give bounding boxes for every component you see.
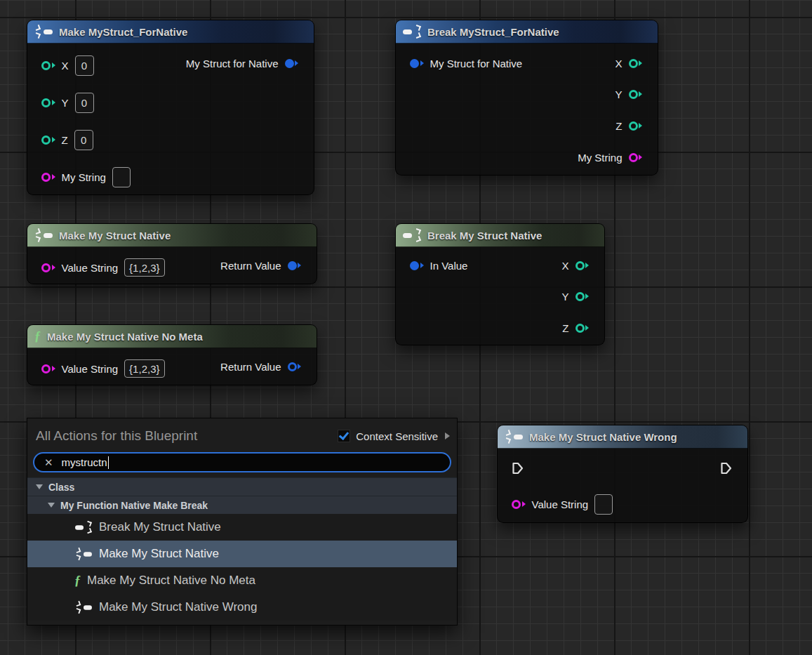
node-title: Make My Struct Native Wrong — [529, 431, 677, 443]
make-struct-icon — [34, 25, 53, 38]
node-header[interactable]: ƒ Make My Struct Native No Meta — [27, 325, 317, 348]
pin-label: X — [615, 58, 622, 70]
node-title: Break MyStruct_ForNative — [427, 26, 559, 38]
value-field-my-string[interactable] — [112, 167, 131, 187]
menu-item-make-my-struct-native-wrong[interactable]: Make My Struct Native Wrong — [27, 594, 457, 621]
pin-label: Value String — [532, 498, 589, 510]
break-struct-icon — [403, 229, 421, 242]
node-title: Make My Struct Native — [59, 230, 171, 242]
output-pin-x[interactable] — [629, 59, 643, 68]
node-header[interactable]: Break My Struct Native — [396, 224, 604, 247]
context-sensitive-checkbox[interactable] — [338, 430, 350, 442]
clear-search-icon[interactable]: ✕ — [44, 456, 53, 469]
pin-label: Y — [615, 88, 622, 100]
break-struct-icon — [75, 522, 92, 534]
make-struct-icon — [34, 229, 53, 242]
output-pin-z[interactable] — [575, 324, 590, 333]
input-pin-struct[interactable] — [410, 59, 424, 68]
pin-label: Z — [62, 134, 68, 146]
exec-input-pin[interactable] — [512, 462, 524, 475]
make-struct-icon — [505, 430, 523, 443]
chevron-down-icon — [48, 503, 55, 508]
input-pin-value-string[interactable] — [41, 263, 55, 272]
search-input[interactable]: ✕ mystructn — [33, 452, 451, 472]
node-header[interactable]: Make My Struct Native — [27, 224, 317, 247]
node-title: Make My Struct Native No Meta — [47, 331, 203, 343]
node-header[interactable]: Make My Struct Native Wrong — [498, 425, 747, 449]
value-field-x[interactable]: 0 — [75, 55, 94, 76]
value-field-z[interactable]: 0 — [74, 130, 93, 150]
output-pin-my-string[interactable] — [629, 153, 643, 162]
pin-label: In Value — [430, 260, 468, 272]
output-pin-x[interactable] — [575, 261, 590, 270]
text-cursor — [108, 456, 109, 469]
break-struct-icon — [403, 25, 421, 38]
pin-label: Return Value — [220, 260, 281, 272]
pin-label: Y — [62, 97, 69, 109]
pin-label: Value String — [62, 262, 119, 274]
input-pin-my-string[interactable] — [41, 173, 55, 182]
function-icon: ƒ — [74, 574, 81, 587]
exec-output-pin[interactable] — [720, 462, 732, 475]
value-field-value-string[interactable]: {1,2,3} — [124, 258, 164, 277]
pin-label: My Struct for Native — [430, 58, 523, 70]
blueprint-graph-canvas[interactable]: Make MyStruct_ForNative X 0 Y 0 Z 0 My S… — [0, 0, 812, 655]
pin-label: My String — [578, 152, 622, 164]
menu-title: All Actions for this Blueprint — [36, 428, 338, 444]
node-make-my-struct-native-no-meta[interactable]: ƒ Make My Struct Native No Meta Value St… — [27, 324, 317, 385]
node-break-mystruct-fornative[interactable]: Break MyStruct_ForNative My Struct for N… — [395, 20, 658, 176]
pin-label: My String — [62, 171, 106, 183]
node-header[interactable]: Break MyStruct_ForNative — [396, 20, 658, 44]
pin-label: Y — [561, 291, 568, 303]
pin-label: X — [561, 260, 568, 272]
node-title: Break My Struct Native — [427, 230, 542, 242]
pin-label: Z — [615, 120, 622, 132]
pin-label: My Struct for Native — [186, 58, 279, 70]
pin-label: Z — [562, 322, 568, 334]
node-make-my-struct-native[interactable]: Make My Struct Native Value String {1,2,… — [27, 223, 317, 284]
make-struct-icon — [75, 548, 92, 560]
pin-label: Value String — [62, 363, 119, 375]
output-pin-return-value[interactable] — [288, 261, 302, 270]
chevron-right-icon[interactable] — [445, 432, 450, 439]
output-pin-z[interactable] — [629, 121, 643, 131]
node-header[interactable]: Make MyStruct_ForNative — [27, 20, 314, 44]
input-pin-value-string[interactable] — [41, 364, 55, 373]
output-pin-struct[interactable] — [285, 59, 299, 68]
node-make-my-struct-native-wrong[interactable]: Make My Struct Native Wrong Value String — [497, 425, 748, 523]
chevron-down-icon — [36, 484, 43, 489]
input-pin-value-string[interactable] — [512, 500, 526, 509]
output-pin-y[interactable] — [575, 292, 590, 301]
menu-item-make-my-struct-native-no-meta[interactable]: ƒ Make My Struct Native No Meta — [27, 567, 457, 594]
input-pin-y[interactable] — [41, 98, 55, 107]
menu-item-break-my-struct-native[interactable]: Break My Struct Native — [27, 514, 457, 541]
category-my-function-native-make-break[interactable]: My Function Native Make Break — [27, 496, 457, 514]
input-pin-in-value[interactable] — [410, 261, 424, 270]
input-pin-x[interactable] — [41, 61, 55, 70]
function-icon: ƒ — [34, 330, 41, 343]
output-pin-return-value[interactable] — [288, 362, 302, 371]
category-class[interactable]: Class — [27, 477, 457, 496]
value-field-value-string[interactable] — [594, 494, 613, 515]
context-sensitive-label: Context Sensitive — [356, 430, 438, 442]
pin-label: Return Value — [220, 361, 281, 373]
value-field-value-string[interactable]: {1,2,3} — [124, 359, 164, 378]
value-field-y[interactable]: 0 — [75, 93, 94, 113]
search-text: mystructn — [62, 456, 107, 468]
node-title: Make MyStruct_ForNative — [59, 26, 187, 38]
blueprint-action-menu: All Actions for this Blueprint Context S… — [27, 418, 458, 626]
node-make-mystruct-fornative[interactable]: Make MyStruct_ForNative X 0 Y 0 Z 0 My S… — [27, 20, 314, 195]
menu-item-make-my-struct-native[interactable]: Make My Struct Native — [27, 541, 457, 567]
output-pin-y[interactable] — [629, 90, 643, 99]
pin-label: X — [62, 60, 69, 72]
make-struct-icon — [75, 602, 92, 614]
input-pin-z[interactable] — [41, 135, 55, 145]
node-break-my-struct-native[interactable]: Break My Struct Native In Value X Y Z — [395, 223, 605, 345]
